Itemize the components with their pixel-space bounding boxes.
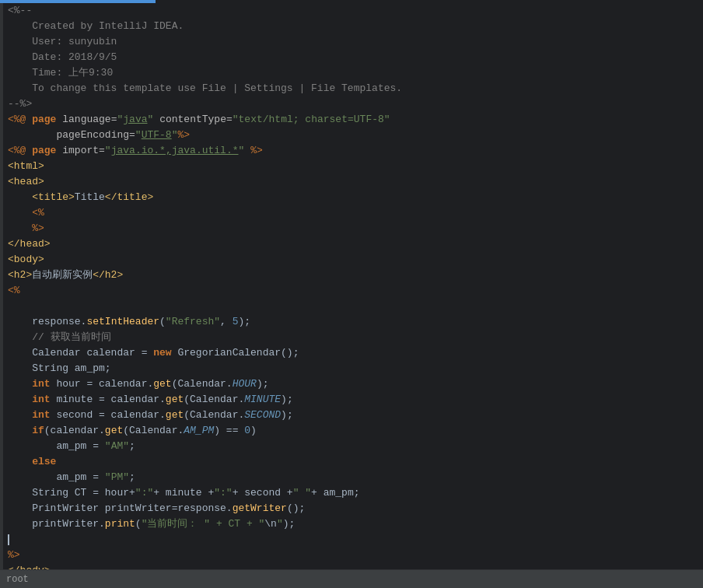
code-line: Time: 上午9:30 [3, 65, 703, 81]
code-line: <body> [3, 252, 703, 268]
code-line: --%> [3, 96, 703, 112]
code-line: // 获取当前时间 [3, 330, 703, 345]
code-line: %> [3, 221, 703, 236]
code-line: <h2>自动刷新实例</h2> [3, 268, 703, 283]
code-scroll-area[interactable]: <%-- Created by IntelliJ IDEA. User: sun… [3, 3, 703, 569]
code-line: String am_pm; [3, 361, 703, 376]
code-line: pageEncoding="UTF-8"%> [3, 128, 703, 143]
code-line: int second = calendar.get(Calendar.SECON… [3, 408, 703, 423]
code-line: Created by IntelliJ IDEA. [3, 19, 703, 34]
code-line: <% [3, 205, 703, 221]
code-area: <%-- Created by IntelliJ IDEA. User: sun… [0, 3, 703, 569]
editor: <%-- Created by IntelliJ IDEA. User: sun… [0, 0, 703, 588]
code-line: am_pm = "AM"; [3, 439, 703, 454]
code-line: <html> [3, 159, 703, 174]
code-line: To change this template use File | Setti… [3, 81, 703, 96]
code-line: int minute = calendar.get(Calendar.MINUT… [3, 392, 703, 408]
code-line: <head> [3, 174, 703, 190]
code-line: <% [3, 283, 703, 299]
code-line: response.setIntHeader("Refresh", 5); [3, 314, 703, 330]
code-line [3, 299, 703, 314]
code-line: </head> [3, 236, 703, 252]
code-lines: <%-- Created by IntelliJ IDEA. User: sun… [3, 3, 703, 569]
code-line: PrintWriter printWriter=response.getWrit… [3, 501, 703, 516]
code-line: <%@ page language="java" contentType="te… [3, 112, 703, 128]
code-line [3, 532, 703, 548]
status-text: root [6, 574, 29, 585]
code-line: Calendar calendar = new GregorianCalenda… [3, 345, 703, 361]
code-line: <title>Title</title> [3, 190, 703, 205]
code-line: %> [3, 548, 703, 563]
code-line: User: sunyubin [3, 34, 703, 50]
code-line: <%-- [3, 3, 703, 19]
code-line: Date: 2018/9/5 [3, 50, 703, 65]
status-bar: root [0, 569, 703, 588]
code-line: am_pm = "PM"; [3, 470, 703, 485]
code-line: </body> [3, 563, 703, 569]
code-line: <%@ page import="java.io.*,java.util.*" … [3, 143, 703, 159]
code-line: printWriter.print("当前时间： " + CT + "\n"); [3, 516, 703, 532]
code-line: else [3, 454, 703, 470]
code-line: String CT = hour+":"+ minute +":"+ secon… [3, 485, 703, 501]
code-line: int hour = calendar.get(Calendar.HOUR); [3, 376, 703, 392]
code-line: if(calendar.get(Calendar.AM_PM) == 0) [3, 423, 703, 439]
